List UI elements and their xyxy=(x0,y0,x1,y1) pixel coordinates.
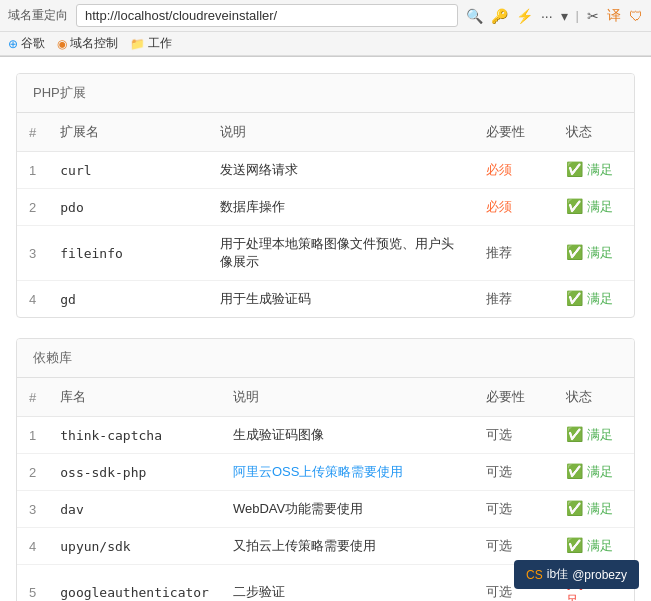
cell-desc: 用于生成验证码 xyxy=(208,281,474,318)
lib-col-required: 必要性 xyxy=(474,378,554,417)
chevron-down-icon[interactable]: ▾ xyxy=(561,8,568,24)
cell-required: 推荐 xyxy=(474,281,554,318)
scissors-icon[interactable]: ✂ xyxy=(587,8,599,24)
badge-label: @probezy xyxy=(572,568,627,582)
bookmark-work-label: 工作 xyxy=(148,35,172,52)
cell-name: pdo xyxy=(48,189,208,226)
bookmark-work[interactable]: 📁 工作 xyxy=(130,35,172,52)
php-section-title: PHP扩展 xyxy=(17,74,634,113)
badge-icon: CS xyxy=(526,568,543,582)
google-icon: ⊕ xyxy=(8,37,18,51)
cell-desc: 二步验证 xyxy=(221,565,474,602)
cell-required: 必须 xyxy=(474,189,554,226)
cell-num: 4 xyxy=(17,281,48,318)
lib-col-desc: 说明 xyxy=(221,378,474,417)
shield-icon[interactable]: 🛡 xyxy=(629,8,643,24)
cell-num: 2 xyxy=(17,454,48,491)
cell-num: 2 xyxy=(17,189,48,226)
bolt-icon[interactable]: ⚡ xyxy=(516,8,533,24)
table-row: 2 oss-sdk-php 阿里云OSS上传策略需要使用 可选 ✅ 满足 xyxy=(17,454,634,491)
cell-num: 3 xyxy=(17,226,48,281)
bookmark-domain-ctrl[interactable]: ◉ 域名控制 xyxy=(57,35,118,52)
lib-section-title: 依赖库 xyxy=(17,339,634,378)
badge-separator: ib佳 xyxy=(547,566,568,583)
bookmark-google[interactable]: ⊕ 谷歌 xyxy=(8,35,45,52)
lib-col-status: 状态 xyxy=(554,378,634,417)
cell-status: ✅ 满足 xyxy=(554,417,634,454)
cell-required: 可选 xyxy=(474,417,554,454)
domain-ctrl-icon: ◉ xyxy=(57,37,67,51)
php-col-num: # xyxy=(17,113,48,152)
cell-status: ✅ 满足 xyxy=(554,152,634,189)
cell-desc: 又拍云上传策略需要使用 xyxy=(221,528,474,565)
php-col-required: 必要性 xyxy=(474,113,554,152)
php-section-card: PHP扩展 # 扩展名 说明 必要性 状态 1 curl 发送网络请求 必须 ✅… xyxy=(16,73,635,318)
cell-status: ✅ 满足 xyxy=(554,281,634,318)
cell-required: 可选 xyxy=(474,491,554,528)
cell-num: 1 xyxy=(17,417,48,454)
cell-name: dav xyxy=(48,491,221,528)
php-col-name: 扩展名 xyxy=(48,113,208,152)
page-content: PHP扩展 # 扩展名 说明 必要性 状态 1 curl 发送网络请求 必须 ✅… xyxy=(0,57,651,601)
nav-icons: 🔍 🔑 ⚡ ··· ▾ | ✂ 译 🛡 xyxy=(466,7,643,25)
lib-col-num: # xyxy=(17,378,48,417)
translate-icon[interactable]: 译 xyxy=(607,7,621,25)
cell-name: upyun/sdk xyxy=(48,528,221,565)
cell-required: 推荐 xyxy=(474,226,554,281)
folder-icon: 📁 xyxy=(130,37,145,51)
cell-num: 5 xyxy=(17,565,48,602)
lib-table-header: # 库名 说明 必要性 状态 xyxy=(17,378,634,417)
cell-status: ✅ 满足 xyxy=(554,454,634,491)
cell-desc: 发送网络请求 xyxy=(208,152,474,189)
cell-desc: 数据库操作 xyxy=(208,189,474,226)
bookmark-domain-ctrl-label: 域名控制 xyxy=(70,35,118,52)
cell-num: 4 xyxy=(17,528,48,565)
cell-name: think-captcha xyxy=(48,417,221,454)
table-row: 2 pdo 数据库操作 必须 ✅ 满足 xyxy=(17,189,634,226)
key-icon[interactable]: 🔑 xyxy=(491,8,508,24)
lib-col-name: 库名 xyxy=(48,378,221,417)
cell-desc: 生成验证码图像 xyxy=(221,417,474,454)
cell-status: ✅ 满足 xyxy=(554,226,634,281)
search-icon[interactable]: 🔍 xyxy=(466,8,483,24)
php-table: # 扩展名 说明 必要性 状态 1 curl 发送网络请求 必须 ✅ 满足 2 … xyxy=(17,113,634,317)
bookmark-google-label: 谷歌 xyxy=(21,35,45,52)
table-row: 4 gd 用于生成验证码 推荐 ✅ 满足 xyxy=(17,281,634,318)
nav-bar: 域名重定向 🔍 🔑 ⚡ ··· ▾ | ✂ 译 🛡 xyxy=(0,0,651,32)
cell-status: ✅ 满足 xyxy=(554,189,634,226)
cell-required: 可选 xyxy=(474,454,554,491)
cell-desc: 用于处理本地策略图像文件预览、用户头像展示 xyxy=(208,226,474,281)
table-row: 3 dav WebDAV功能需要使用 可选 ✅ 满足 xyxy=(17,491,634,528)
php-table-header: # 扩展名 说明 必要性 状态 xyxy=(17,113,634,152)
url-bar[interactable] xyxy=(76,4,458,27)
cell-status: ✅ 满足 xyxy=(554,528,634,565)
ellipsis-icon[interactable]: ··· xyxy=(541,8,553,24)
php-col-desc: 说明 xyxy=(208,113,474,152)
table-row: 1 curl 发送网络请求 必须 ✅ 满足 xyxy=(17,152,634,189)
browser-chrome: 域名重定向 🔍 🔑 ⚡ ··· ▾ | ✂ 译 🛡 ⊕ 谷歌 ◉ 域名控制 📁 … xyxy=(0,0,651,57)
cell-name: googleauthenticator xyxy=(48,565,221,602)
cell-required: 可选 xyxy=(474,528,554,565)
cell-name: gd xyxy=(48,281,208,318)
cell-name: fileinfo xyxy=(48,226,208,281)
table-row: 1 think-captcha 生成验证码图像 可选 ✅ 满足 xyxy=(17,417,634,454)
cell-num: 1 xyxy=(17,152,48,189)
cell-status: ✅ 满足 xyxy=(554,491,634,528)
cell-name: curl xyxy=(48,152,208,189)
php-col-status: 状态 xyxy=(554,113,634,152)
bottom-badge: CS ib佳 @probezy xyxy=(514,560,639,589)
cell-desc: 阿里云OSS上传策略需要使用 xyxy=(221,454,474,491)
table-row: 3 fileinfo 用于处理本地策略图像文件预览、用户头像展示 推荐 ✅ 满足 xyxy=(17,226,634,281)
bookmarks-bar: ⊕ 谷歌 ◉ 域名控制 📁 工作 xyxy=(0,32,651,56)
cell-name: oss-sdk-php xyxy=(48,454,221,491)
nav-redirect-label: 域名重定向 xyxy=(8,7,68,24)
cell-num: 3 xyxy=(17,491,48,528)
table-row: 4 upyun/sdk 又拍云上传策略需要使用 可选 ✅ 满足 xyxy=(17,528,634,565)
cell-required: 必须 xyxy=(474,152,554,189)
cell-desc: WebDAV功能需要使用 xyxy=(221,491,474,528)
